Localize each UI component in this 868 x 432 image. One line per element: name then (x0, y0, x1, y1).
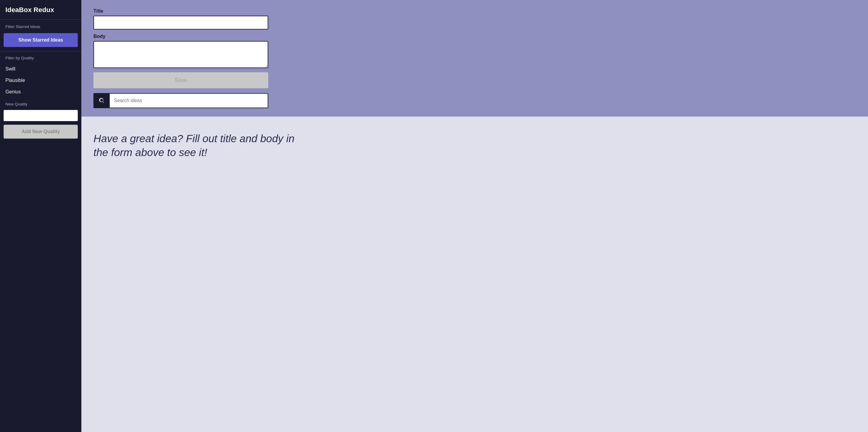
quality-item-swill[interactable]: Swill (0, 63, 82, 75)
new-quality-input[interactable] (4, 110, 78, 121)
app-title: IdeaBox Redux (0, 0, 82, 19)
title-input[interactable] (93, 16, 268, 30)
quality-item-plausible[interactable]: Plausible (0, 75, 82, 86)
filter-quality-label: Filter by Quality (0, 52, 82, 63)
sidebar: IdeaBox Redux Filter Starred Ideas Show … (0, 0, 82, 432)
new-quality-label: New Quality (0, 98, 82, 109)
form-area: Title Body Save (82, 0, 868, 117)
quality-item-genius[interactable]: Genius (0, 86, 82, 98)
show-starred-button[interactable]: Show Starred Ideas (4, 33, 78, 47)
body-label: Body (93, 34, 856, 39)
search-icon (98, 97, 105, 104)
search-row (93, 93, 268, 108)
main-content: Title Body Save Have a great idea? Fill … (82, 0, 868, 432)
add-quality-button[interactable]: Add New Quality (4, 125, 78, 139)
title-label: Title (93, 8, 856, 14)
body-input[interactable] (93, 41, 268, 68)
ideas-area: Have a great idea? Fill out title and bo… (82, 117, 868, 432)
search-icon-button[interactable] (93, 93, 110, 108)
save-button[interactable]: Save (93, 72, 268, 88)
search-input[interactable] (110, 93, 268, 108)
filter-starred-label: Filter Starred Ideas (0, 20, 82, 31)
empty-ideas-message: Have a great idea? Fill out title and bo… (93, 132, 304, 159)
